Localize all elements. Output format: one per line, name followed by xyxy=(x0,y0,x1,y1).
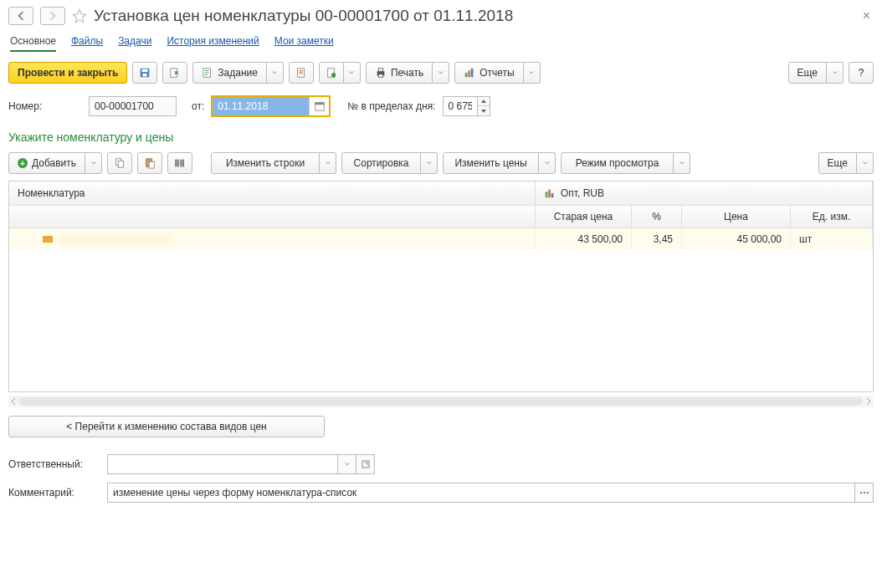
window-header: Установка цен номенклатуры 00-00001700 о… xyxy=(8,7,874,25)
responsible-row: Ответственный: xyxy=(8,454,874,474)
add-button[interactable]: +Добавить xyxy=(8,152,85,174)
col-price-header[interactable]: Цена xyxy=(682,206,791,228)
chart-icon xyxy=(464,67,475,79)
task-label: Задание xyxy=(218,67,258,79)
tab-files[interactable]: Файлы xyxy=(71,33,103,52)
attach-dropdown[interactable] xyxy=(344,62,361,84)
tab-tasks[interactable]: Задачи xyxy=(118,33,151,52)
col-item-header[interactable]: Номенклатура xyxy=(9,182,536,206)
paste-icon xyxy=(144,157,156,169)
responsible-open-btn[interactable] xyxy=(356,454,375,474)
responsible-input[interactable] xyxy=(107,454,338,474)
spin-down[interactable] xyxy=(478,106,490,115)
view-mode-group: Режим просмотра xyxy=(561,152,690,174)
svg-rect-2 xyxy=(143,74,147,77)
chevron-down-icon xyxy=(862,160,869,166)
reports-button[interactable]: Отчеты xyxy=(454,62,523,84)
favorite-star-icon[interactable] xyxy=(72,8,87,23)
close-button[interactable]: × xyxy=(859,8,874,23)
task-button[interactable]: Задание xyxy=(192,62,267,84)
help-button[interactable]: ? xyxy=(849,62,874,84)
post-icon xyxy=(169,67,181,79)
triangle-up-icon xyxy=(481,100,486,103)
more-dropdown[interactable] xyxy=(827,62,844,84)
scroll-track[interactable] xyxy=(19,397,863,406)
date-input[interactable] xyxy=(213,97,309,115)
change-rows-button[interactable]: Изменить строки xyxy=(211,152,320,174)
col-opt-header[interactable]: Опт, RUB xyxy=(536,182,873,206)
horizontal-scrollbar[interactable] xyxy=(8,396,874,407)
spin-up[interactable] xyxy=(478,97,490,106)
copy-button[interactable] xyxy=(107,152,132,174)
more-button[interactable]: Еще xyxy=(788,62,827,84)
nav-back-button[interactable] xyxy=(8,7,33,25)
barcode-button[interactable] xyxy=(167,152,192,174)
comment-row: Комментарий: ⋯ xyxy=(8,483,874,503)
tab-main[interactable]: Основное xyxy=(10,33,56,52)
comment-expand-btn[interactable]: ⋯ xyxy=(855,483,874,503)
col-unit-header[interactable]: Ед. изм. xyxy=(791,206,873,228)
svg-rect-24 xyxy=(362,461,369,468)
print-button[interactable]: Печать xyxy=(366,62,433,84)
item-icon xyxy=(43,236,53,243)
chevron-down-icon xyxy=(832,69,838,76)
triangle-down-icon xyxy=(481,110,486,113)
day-num-input[interactable] xyxy=(443,96,478,116)
print-button-group: Печать xyxy=(366,62,449,84)
col-old-header[interactable]: Старая цена xyxy=(536,206,632,228)
comment-input[interactable] xyxy=(107,483,855,503)
add-button-group: +Добавить xyxy=(8,152,102,174)
change-prices-button[interactable]: Изменить цены xyxy=(443,152,539,174)
svg-rect-5 xyxy=(298,69,305,78)
tab-bar: Основное Файлы Задачи История изменений … xyxy=(8,33,874,52)
doc-button[interactable] xyxy=(289,62,314,84)
attach-button[interactable] xyxy=(319,62,344,84)
change-prices-dropdown[interactable] xyxy=(539,152,556,174)
svg-rect-9 xyxy=(378,69,382,72)
tab-notes[interactable]: Мои заметки xyxy=(274,33,334,52)
svg-rect-20 xyxy=(546,192,548,197)
post-close-button[interactable]: Провести и закрыть xyxy=(8,62,127,84)
sort-dropdown[interactable] xyxy=(421,152,438,174)
grid-body[interactable]: ——————————— 43 500,00 3,45 45 000,00 шт xyxy=(9,228,873,391)
scroll-right-icon[interactable] xyxy=(865,397,872,406)
scroll-left-icon[interactable] xyxy=(10,397,17,406)
post-button[interactable] xyxy=(162,62,187,84)
reports-dropdown[interactable] xyxy=(524,62,541,84)
table-more-button[interactable]: Еще xyxy=(818,152,857,174)
item-name: ——————————— xyxy=(59,233,170,245)
reports-label: Отчеты xyxy=(479,67,514,79)
change-rows-group: Изменить строки xyxy=(211,152,336,174)
view-mode-dropdown[interactable] xyxy=(674,152,690,174)
change-price-types-button[interactable]: < Перейти к изменению состава видов цен xyxy=(8,416,325,437)
print-dropdown[interactable] xyxy=(433,62,449,84)
svg-rect-19 xyxy=(149,161,154,168)
chevron-down-icon xyxy=(325,160,331,166)
calendar-button[interactable] xyxy=(309,97,329,115)
responsible-dropdown-btn[interactable] xyxy=(338,454,356,474)
add-dropdown[interactable] xyxy=(85,152,102,174)
table-more-dropdown[interactable] xyxy=(857,152,874,174)
calendar-icon xyxy=(314,100,326,112)
table-toolbar: +Добавить Изменить строки Сортировка Изм… xyxy=(8,152,874,174)
table-row[interactable]: ——————————— 43 500,00 3,45 45 000,00 шт xyxy=(9,228,873,250)
change-prices-group: Изменить цены xyxy=(443,152,556,174)
task-icon xyxy=(202,67,213,79)
paste-button[interactable] xyxy=(137,152,162,174)
change-rows-dropdown[interactable] xyxy=(320,152,336,174)
more-button-group: Еще xyxy=(788,62,844,84)
table-more-group: Еще xyxy=(818,152,874,174)
view-mode-button[interactable]: Режим просмотра xyxy=(561,152,674,174)
chevron-down-icon xyxy=(426,160,433,166)
attach-button-group xyxy=(319,62,361,84)
task-dropdown[interactable] xyxy=(267,62,284,84)
svg-rect-10 xyxy=(378,74,382,78)
save-button[interactable] xyxy=(132,62,157,84)
number-input[interactable] xyxy=(89,96,177,116)
chevron-down-icon xyxy=(528,69,535,76)
tab-history[interactable]: История изменений xyxy=(167,33,259,52)
cell-item: ——————————— xyxy=(9,228,536,250)
nav-forward-button[interactable] xyxy=(40,7,65,25)
col-pct-header[interactable]: % xyxy=(632,206,682,228)
sort-button[interactable]: Сортировка xyxy=(341,152,421,174)
